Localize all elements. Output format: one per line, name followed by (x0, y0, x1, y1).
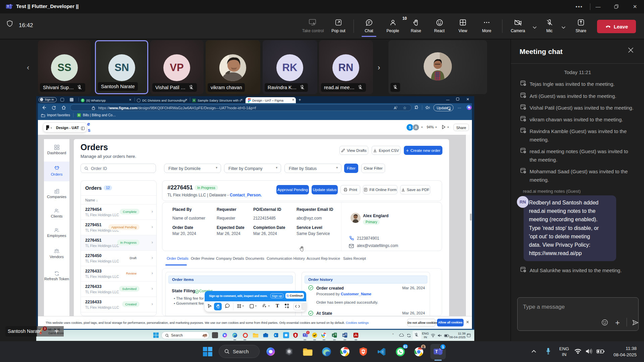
svg-text:W: W (342, 334, 345, 337)
svg-text:X: X (332, 334, 334, 337)
svg-text:T: T (7, 5, 9, 8)
svg-text:T: T (435, 349, 438, 354)
